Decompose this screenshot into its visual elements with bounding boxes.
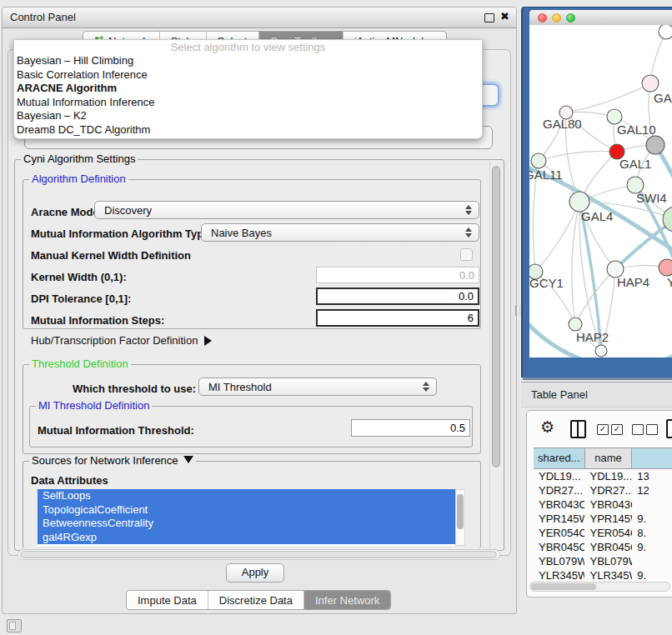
mi-steps-label: Mutual Information Steps: xyxy=(31,314,164,327)
table-panel-title: Table Panel xyxy=(531,388,588,401)
collapsed-panel-icon[interactable] xyxy=(7,619,22,632)
node-gcy1-label: GCY1 xyxy=(529,276,564,290)
threshold-definition-title: Threshold Definition xyxy=(29,358,131,370)
table-toolbar: ⚙ ✓ ✓ xyxy=(527,411,672,446)
attribute-item-topologicalcoefficient[interactable]: TopologicalCoefficient xyxy=(38,503,465,518)
algorithm-option-dream8-dc-tdc-algorithm[interactable]: Dream8 DC_TDC Algorithm xyxy=(14,123,482,138)
close-traffic-light[interactable] xyxy=(538,13,547,22)
table-row[interactable]: YBL079WYBL079W xyxy=(534,554,672,568)
node-gal11[interactable] xyxy=(531,153,546,168)
network-edge[interactable] xyxy=(566,83,650,112)
node-gal1-label: GAL1 xyxy=(619,157,651,171)
split-columns-icon[interactable] xyxy=(570,420,586,438)
table-cell: YER054C xyxy=(534,526,584,540)
kernel-width-input[interactable] xyxy=(316,267,479,283)
table-row[interactable]: YPR145WYPR145W9. xyxy=(534,512,672,526)
sources-title[interactable]: Sources for Network Inference xyxy=(29,454,196,467)
table-row[interactable]: YBR043CYBR043C xyxy=(534,498,672,512)
column-header-shared[interactable]: shared... xyxy=(534,448,585,468)
table-cell: YDL19... xyxy=(534,469,584,483)
mi-steps-input[interactable] xyxy=(316,309,479,327)
table-row[interactable]: YBR045CYBR045C9. xyxy=(534,540,672,554)
screen: Control Panel ✖ NetworkStyleSelectCyni T… xyxy=(0,0,672,635)
hub-expander[interactable]: Hub/Transcription Factor Definition xyxy=(31,334,212,347)
tab-infer-network[interactable]: Infer Network xyxy=(304,591,390,609)
table-cell xyxy=(632,498,672,512)
algorithm-option-basic-correlation-inference[interactable]: Basic Correlation Inference xyxy=(14,68,482,82)
zoom-traffic-light[interactable] xyxy=(566,13,575,22)
gear-icon[interactable]: ⚙ xyxy=(540,418,554,436)
attributes-list-scrollbar[interactable] xyxy=(455,489,465,546)
mi-type-value: Naive Bayes xyxy=(211,227,272,239)
table-header-row: shared...name xyxy=(534,448,672,469)
attribute-item-selfloops[interactable]: SelfLoops xyxy=(38,489,465,503)
which-threshold-combobox[interactable]: MI Threshold xyxy=(198,378,437,396)
network-edge[interactable] xyxy=(539,151,617,161)
table-cell: YER054C xyxy=(584,526,632,540)
node-bottom[interactable] xyxy=(595,345,607,357)
sources-title-label: Sources for Network Inference xyxy=(32,454,178,467)
table-cell: 13 xyxy=(632,469,672,483)
aracne-mode-combobox[interactable]: Discovery xyxy=(94,201,479,219)
tab-label: Infer Network xyxy=(315,594,379,607)
node-hap2[interactable] xyxy=(569,318,582,331)
apply-button[interactable]: Apply xyxy=(226,563,284,582)
network-canvas[interactable]: GALGAL80GAL10GAL1GAL11SWI4GAL4GCY1HAP4YH… xyxy=(529,25,672,358)
algorithm-dropdown-popup: Select algorithm to view settings Bayesi… xyxy=(13,39,483,139)
manual-kernel-label: Manual Kernel Width Definition xyxy=(31,249,191,262)
table-cell: YDR27... xyxy=(534,483,584,498)
checked-checkbox-icon[interactable]: ✓ xyxy=(597,424,609,435)
node-hap2-label: HAP2 xyxy=(576,330,609,344)
attribute-item-betweennesscentrality[interactable]: BetweennessCentrality xyxy=(38,517,465,531)
network-edge-teal[interactable] xyxy=(579,202,601,351)
table-cell: 9. xyxy=(632,540,672,554)
node-gal-top[interactable] xyxy=(642,75,659,92)
manual-kernel-checkbox[interactable] xyxy=(460,248,473,261)
node-top-right[interactable] xyxy=(659,25,672,39)
tab-discretize-data[interactable]: Discretize Data xyxy=(208,591,304,609)
table-row[interactable]: YLR345WYLR345W9. xyxy=(534,568,672,581)
dpi-tolerance-input[interactable] xyxy=(316,288,479,305)
minimize-traffic-light[interactable] xyxy=(552,13,561,22)
settings-vertical-scrollbar[interactable] xyxy=(489,161,502,549)
float-window-icon[interactable] xyxy=(484,13,494,22)
algorithm-dropdown-items: Bayesian – Hill ClimbingBasic Correlatio… xyxy=(14,54,482,137)
algorithm-option-bayesian-k2[interactable]: Bayesian – K2 xyxy=(14,109,482,123)
unchecked-checkbox-icon[interactable] xyxy=(632,424,644,435)
attribute-item-gal4rgexp[interactable]: gal4RGexp xyxy=(38,531,465,545)
table-cell: 12 xyxy=(632,483,672,498)
expander-right-icon xyxy=(204,336,212,346)
node-swi4-label: SWI4 xyxy=(636,191,667,205)
checked-checkbox-icon[interactable]: ✓ xyxy=(611,424,623,435)
table-row[interactable]: YDR27...YDR27...12 xyxy=(534,483,672,498)
document-icon[interactable] xyxy=(666,419,672,438)
mi-threshold-input[interactable] xyxy=(351,419,470,437)
table-cell: YPR145W xyxy=(584,512,632,526)
algorithm-option-bayesian-hill-climbing[interactable]: Bayesian – Hill Climbing xyxy=(14,54,482,68)
table-cell: YBR045C xyxy=(534,540,584,554)
table-cell: YDR27... xyxy=(584,483,632,498)
algorithm-option-aracne-algorithm[interactable]: ARACNE Algorithm xyxy=(14,82,482,96)
spinner-arrows-icon xyxy=(465,205,473,215)
mi-type-combobox[interactable]: Naive Bayes xyxy=(201,223,479,242)
network-view-window: GALGAL80GAL10GAL1GAL11SWI4GAL4GCY1HAP4YH… xyxy=(521,7,672,378)
table-row[interactable]: YER054CYER054C8. xyxy=(534,526,672,540)
close-icon[interactable]: ✖ xyxy=(500,10,509,22)
algorithm-dropdown-prompt: Select algorithm to view settings xyxy=(14,40,482,54)
algorithm-option-mutual-information-inference[interactable]: Mutual Information Inference xyxy=(14,96,482,110)
table-row[interactable]: YDL19...YDL19...13 xyxy=(534,469,672,483)
control-panel-title: Control Panel xyxy=(10,11,76,23)
node-pink-right[interactable] xyxy=(659,259,672,276)
tab-impute-data[interactable]: Impute Data xyxy=(127,591,208,609)
data-attributes-list[interactable]: SelfLoopsTopologicalCoefficientBetweenne… xyxy=(38,489,465,546)
data-attributes-label: Data Attributes xyxy=(31,474,108,487)
node-gray[interactable] xyxy=(646,136,664,154)
network-edge[interactable] xyxy=(572,202,579,324)
network-edge[interactable] xyxy=(535,202,579,272)
table-horizontal-scrollbar[interactable] xyxy=(529,582,670,592)
column-header-name[interactable]: name xyxy=(585,448,633,468)
settings-horizontal-scrollbar[interactable] xyxy=(18,549,500,560)
column-header-hidden[interactable] xyxy=(632,448,672,468)
panel-splitter-handle[interactable] xyxy=(515,305,520,316)
unchecked-checkbox-icon[interactable] xyxy=(646,424,658,435)
